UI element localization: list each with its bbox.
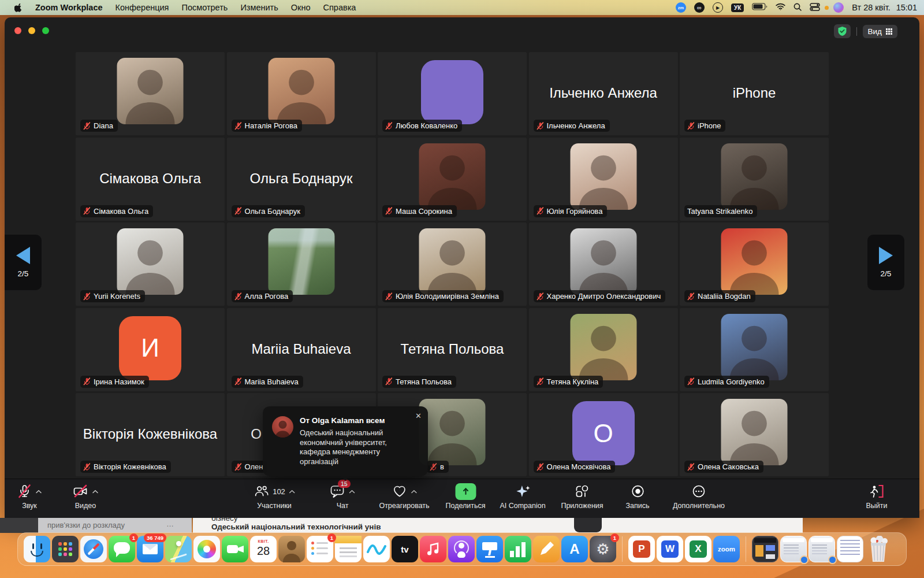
dock-icon-messages[interactable]: 1 (109, 536, 135, 562)
participant-tile[interactable]: Юлія Володимирівна Земліна (378, 223, 527, 306)
menu-item[interactable]: Справка (317, 0, 363, 15)
toolbar-button-more[interactable]: Дополнительно (673, 483, 725, 510)
apple-menu-icon[interactable] (8, 0, 29, 15)
dock-icon-freeform[interactable] (363, 536, 390, 562)
dock-icon-system-settings[interactable]: ⚙1 (590, 536, 616, 562)
toolbar-button-heart[interactable]: Отреагировать (379, 483, 429, 510)
participant-tile[interactable]: Diana (76, 52, 225, 135)
dock-icon-word[interactable]: W (657, 536, 683, 562)
participant-tile[interactable]: Ludmila Gordiyenko (680, 308, 829, 391)
view-button[interactable]: Вид (863, 25, 897, 38)
view-label: Вид (868, 27, 882, 36)
participant-tile[interactable]: Сімакова ОльгаСімакова Ольга (76, 138, 225, 221)
dock-icon-minimized-window[interactable] (780, 536, 807, 562)
participant-tile[interactable]: Наталія Рогова (227, 52, 376, 135)
participant-tile[interactable]: Tatyana Strikalenko (680, 138, 829, 221)
dock-icon-maps[interactable] (165, 536, 192, 562)
zoom-menubar-icon[interactable]: zm (676, 2, 686, 13)
input-source-badge[interactable]: УК (731, 3, 744, 12)
dock-icon-contacts[interactable] (278, 536, 305, 562)
dock-icon-keynote[interactable] (476, 536, 503, 562)
dock-icon-apple-tv[interactable]: tv (392, 536, 418, 562)
participant-tile[interactable]: Ільченко АнжелаІльченко Анжела (529, 52, 678, 135)
toolbar-button-share[interactable]: Поделиться (445, 483, 485, 510)
dock-icon-mail[interactable]: 36 749 (137, 536, 163, 562)
dock-icon-minimized-window[interactable] (837, 536, 863, 562)
participant-tile[interactable]: Тетяна ПольоваТетяна Польова (378, 308, 527, 391)
toolbar-button-record[interactable]: Запись (625, 483, 649, 510)
dock-icon-safari[interactable] (80, 536, 107, 562)
dock-icon-podcasts[interactable] (448, 536, 475, 562)
play-icon[interactable]: ▶ (713, 2, 723, 13)
participant-tile[interactable]: Nataliia Bogdan (680, 223, 829, 306)
background-window-left[interactable]: прив'язки до розкладу … (38, 518, 192, 533)
participant-tile[interactable]: Тетяна Кукліна (529, 308, 678, 391)
dock-icon-reminders[interactable]: 1 (307, 536, 333, 562)
dock-icon-minimized-window[interactable] (808, 536, 835, 562)
participant-tile[interactable]: Олена Саковська (680, 393, 829, 476)
participant-name: Сімакова Ольга (94, 207, 148, 216)
dock-icon-calendar[interactable]: КВІТ.28 (250, 536, 277, 562)
participant-tile[interactable]: Харенко Дмитро Олександрович (529, 223, 678, 306)
toolbar-button-chat[interactable]: 15Чат (330, 483, 355, 510)
camera-muted-icon (73, 484, 89, 499)
toolbar-button-people[interactable]: 102Участники (254, 483, 295, 510)
participant-tile[interactable]: Любов Коваленко (378, 52, 527, 135)
background-window-dark[interactable] (0, 518, 38, 533)
menu-item[interactable]: Посмотреть (175, 0, 234, 15)
security-shield-icon[interactable] (834, 24, 851, 38)
dock-icon-photos[interactable] (193, 536, 220, 562)
next-page-button[interactable]: 2/5 (867, 235, 904, 290)
menu-app-name[interactable]: Zoom Workplace (29, 0, 109, 15)
toolbar-button-cam[interactable]: Видео (73, 483, 99, 510)
zoom-window-button[interactable] (42, 27, 49, 34)
participant-tile[interactable]: Ольга БоднарукОльга Боднарук (227, 138, 376, 221)
dock-icon-powerpoint[interactable]: P (628, 536, 655, 562)
arrow-right-icon (879, 247, 893, 264)
siri-icon[interactable] (833, 2, 844, 13)
dock-icon-minimized-window[interactable] (752, 536, 778, 562)
dock-icon-music[interactable] (420, 536, 446, 562)
dock-icon-launchpad[interactable] (52, 536, 79, 562)
dock-icon-finder[interactable] (24, 536, 50, 562)
participant-tile[interactable]: iPhoneiPhone (680, 52, 829, 135)
dock-icon-app-store[interactable]: A (561, 536, 588, 562)
participant-tile[interactable]: ИІрина Назимок (76, 308, 225, 391)
toolbar-button-mic[interactable]: Звук (17, 483, 42, 510)
participant-tile[interactable]: Алла Рогова (227, 223, 376, 306)
dock-icon-notes[interactable] (335, 536, 362, 562)
participant-tile[interactable]: ООлена Москвічова (529, 393, 678, 476)
close-icon[interactable]: ✕ (415, 412, 422, 420)
battery-icon[interactable] (752, 3, 767, 12)
spotlight-icon[interactable] (793, 3, 802, 13)
dock-icon-facetime[interactable] (222, 536, 248, 562)
participant-tile[interactable]: Юлія Горяйнова (529, 138, 678, 221)
dock-icon-numbers[interactable] (505, 536, 531, 562)
dock-icon-pages[interactable] (533, 536, 560, 562)
dock-icon-excel[interactable]: X (685, 536, 711, 562)
toolbar-button-apps[interactable]: Приложения (561, 483, 603, 510)
dock-icon-zoom[interactable]: zoom (713, 536, 740, 562)
control-center-icon[interactable] (810, 3, 820, 13)
participant-tile[interactable]: Yurii Korenets (76, 223, 225, 306)
dock-icon-trash[interactable] (865, 536, 892, 562)
participant-photo (570, 143, 636, 210)
participant-photo (419, 143, 486, 210)
background-window-right[interactable]: бізнесу Одеський національний технологіч… (193, 518, 803, 533)
toolbar-button-label: Дополнительно (673, 502, 725, 510)
close-window-button[interactable] (14, 27, 21, 34)
toolbar-button-leave[interactable]: Выйти (866, 483, 887, 510)
menu-item[interactable]: Конференция (109, 0, 176, 15)
toolbar-button-ai[interactable]: AI Companion (500, 483, 545, 510)
creative-cloud-icon[interactable]: ∞ (694, 2, 705, 13)
muted-mic-icon (83, 377, 91, 386)
prev-page-button[interactable]: 2/5 (5, 235, 42, 290)
participant-tile[interactable]: Маша Сорокина (378, 138, 527, 221)
menu-item[interactable]: Окно (285, 0, 317, 15)
menu-item[interactable]: Изменить (234, 0, 284, 15)
participant-tile[interactable]: Mariia BuhaievaMariia Buhaieva (227, 308, 376, 391)
wifi-icon[interactable] (776, 3, 785, 12)
menubar-clock[interactable]: Вт 28 квіт. 15:01 (852, 3, 917, 12)
muted-mic-icon (83, 207, 91, 215)
minimize-window-button[interactable] (28, 27, 35, 34)
